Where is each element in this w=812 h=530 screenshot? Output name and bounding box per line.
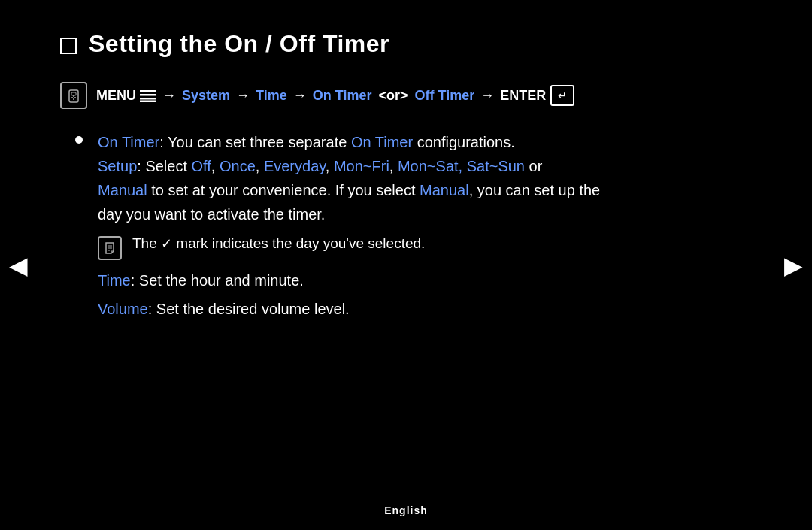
menu-label: MENU (96, 88, 136, 104)
nav-system: System (182, 88, 230, 104)
on-timer-label-2: On Timer (351, 134, 413, 150)
title-row: Setting the On / Off Timer (60, 30, 752, 58)
svg-rect-9 (140, 100, 156, 102)
monfri-option: Mon~Fri (334, 158, 389, 174)
time-line: Time: Set the hour and minute. (98, 268, 752, 292)
bullet-on-timer: On Timer: You can set three separate On … (75, 130, 752, 226)
checkmark-symbol: ✓ (161, 235, 172, 252)
volume-label: Volume (98, 301, 148, 317)
on-timer-text-2: configurations. (413, 134, 515, 150)
svg-point-3 (74, 97, 76, 98)
nav-arrow-3: → (293, 88, 307, 104)
manual-label-2: Manual (420, 182, 469, 198)
enter-icon: ↵ (550, 85, 574, 106)
bullet-dot (75, 136, 83, 144)
nav-left-arrow[interactable]: ◀ (9, 251, 28, 280)
svg-point-5 (73, 98, 74, 100)
time-text: : Set the hour and minute. (131, 272, 304, 289)
svg-rect-7 (140, 94, 156, 96)
nav-arrow-1: → (162, 88, 176, 104)
svg-rect-1 (71, 92, 76, 95)
nav-time: Time (256, 88, 287, 104)
setup-label: Setup (98, 158, 137, 174)
on-timer-label-1: On Timer (98, 134, 159, 150)
manual-text-2: , you can set up the (469, 182, 601, 198)
once-option: Once (220, 158, 256, 174)
everyday-option: Everyday (264, 158, 326, 174)
menu-remote-icon (60, 82, 87, 109)
note-text-pre: The (132, 235, 157, 252)
on-timer-text-1: : You can set three separate (159, 134, 351, 150)
time-label: Time (98, 272, 131, 289)
note-row: The ✓ mark indicates the day you've sele… (98, 235, 752, 259)
volume-line: Volume: Set the desired volume level. (98, 297, 752, 321)
nav-arrow-4: → (480, 88, 494, 104)
nav-arrow-2: → (236, 88, 250, 104)
nav-off-timer: Off Timer (414, 88, 474, 104)
menu-bars (139, 88, 156, 104)
nav-or: <or> (374, 88, 411, 104)
svg-rect-6 (140, 90, 156, 92)
monsat-option: Mon~Sat, (398, 158, 462, 174)
nav-enter-label: ENTER (500, 88, 546, 104)
svg-point-4 (73, 95, 74, 97)
bullet-text: On Timer: You can set three separate On … (98, 130, 600, 226)
menu-nav: MENU → System → Time → On Timer <or> Off… (60, 82, 752, 109)
satsun-option: Sat~Sun (467, 158, 525, 174)
svg-rect-8 (140, 98, 156, 100)
checkbox-icon (60, 38, 77, 54)
manual-label-1: Manual (98, 182, 147, 198)
note-text-post: mark indicates the day you've selected. (176, 235, 425, 252)
note-icon (98, 236, 122, 260)
setup-text: : Select (137, 158, 191, 174)
manual-text-1: to set at your convenience. If you selec… (147, 182, 420, 198)
page-container: Setting the On / Off Timer MENU → System (0, 0, 812, 530)
svg-point-2 (71, 97, 73, 98)
footer-language: English (384, 504, 428, 516)
off-option: Off (192, 158, 211, 174)
volume-text: : Set the desired volume level. (148, 301, 350, 317)
content-area: On Timer: You can set three separate On … (60, 130, 752, 321)
nav-on-timer: On Timer (313, 88, 372, 104)
nav-right-arrow[interactable]: ▶ (784, 251, 803, 280)
page-title: Setting the On / Off Timer (89, 30, 389, 58)
setup-text-3: day you want to activate the timer. (98, 206, 325, 223)
